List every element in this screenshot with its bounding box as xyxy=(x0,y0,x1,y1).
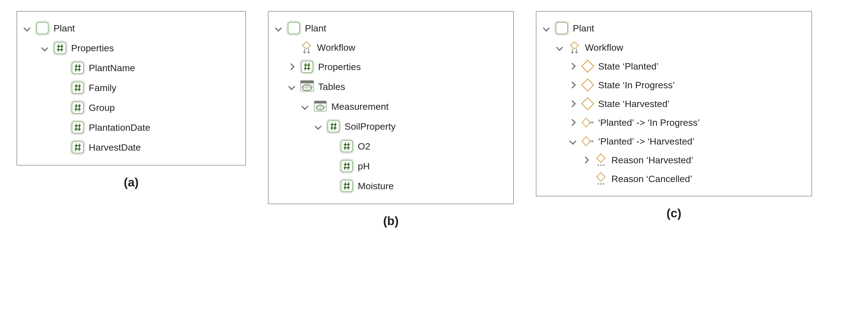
tree-row-properties[interactable]: Properties xyxy=(287,57,505,77)
tree-label: Properties xyxy=(71,43,114,54)
tree-row-soilproperty[interactable]: SoilProperty xyxy=(314,116,505,136)
tree-row-transition[interactable]: ‘Planted’ -> ‘In Progress’ xyxy=(568,113,804,132)
chevron-down-icon[interactable] xyxy=(314,122,322,131)
reason-icon xyxy=(594,172,608,186)
tree-row[interactable]: Group xyxy=(58,98,238,117)
panel-b: Plant Workflow Properties xyxy=(268,11,514,228)
tree-label: Measurement xyxy=(331,101,389,112)
tree-label: Properties xyxy=(318,61,361,72)
tree-row[interactable]: HarvestDate xyxy=(58,137,238,157)
chevron-right-icon[interactable] xyxy=(568,99,577,108)
tree-label: ‘Planted’ -> ‘Harvested’ xyxy=(598,136,694,147)
workflow-icon xyxy=(567,40,582,55)
panel-caption: (b) xyxy=(383,214,399,228)
tree-row-properties[interactable]: Properties xyxy=(40,38,238,58)
tree-row-reason[interactable]: Reason ‘Harvested’ xyxy=(582,151,804,169)
chevron-right-icon[interactable] xyxy=(287,62,296,71)
panel-caption: (a) xyxy=(124,175,138,189)
field-icon xyxy=(70,140,86,155)
chevron-right-icon[interactable] xyxy=(568,62,577,70)
tree-label: State ‘Harvested’ xyxy=(598,98,670,109)
entity-icon xyxy=(554,21,569,36)
chevron-down-icon[interactable] xyxy=(301,102,309,111)
tree-row-state[interactable]: State ‘In Progress’ xyxy=(568,76,804,94)
chevron-down-icon[interactable] xyxy=(40,44,49,52)
tree-row-transition[interactable]: ‘Planted’ -> ‘Harvested’ xyxy=(568,132,804,151)
chevron-down-icon[interactable] xyxy=(23,24,31,33)
tree-row-plant[interactable]: Plant xyxy=(542,18,804,38)
tree-label: O2 xyxy=(358,141,370,152)
field-group-icon xyxy=(326,119,341,134)
tree-row-workflow[interactable]: Workflow xyxy=(287,38,505,57)
chevron-right-icon[interactable] xyxy=(582,155,590,164)
tree-row-workflow[interactable]: Workflow xyxy=(555,38,804,57)
chevron-down-icon[interactable] xyxy=(274,24,283,33)
chevron-down-icon[interactable] xyxy=(287,82,296,91)
tree-row[interactable]: O2 xyxy=(327,136,505,156)
tree-label: Reason ‘Harvested’ xyxy=(611,155,693,166)
tree-row-state[interactable]: State ‘Harvested’ xyxy=(568,94,804,113)
panel-a: Plant Properties PlantName Family Group … xyxy=(17,11,246,189)
tree-label: Group xyxy=(89,102,115,113)
tree-label: HarvestDate xyxy=(89,142,141,153)
tree-row[interactable]: PlantationDate xyxy=(58,117,238,137)
tree-row-plant[interactable]: Plant xyxy=(274,18,505,38)
field-icon xyxy=(70,60,86,76)
transition-icon xyxy=(581,115,595,130)
entity-icon xyxy=(35,21,50,36)
chevron-down-icon[interactable] xyxy=(542,24,551,33)
reason-icon xyxy=(594,153,608,167)
tree-row-plant[interactable]: Plant xyxy=(23,18,238,38)
field-icon xyxy=(70,80,86,95)
tree-row[interactable]: Family xyxy=(58,78,238,98)
tree-row[interactable]: PlantName xyxy=(58,58,238,78)
tree-label: Reason ‘Cancelled’ xyxy=(611,173,692,184)
workflow-icon xyxy=(299,40,314,55)
tree-label: State ‘Planted’ xyxy=(598,61,658,72)
tree-row-tables[interactable]: Tables xyxy=(287,77,505,96)
tree-row-reason[interactable]: Reason ‘Cancelled’ xyxy=(582,169,804,188)
tree-label: State ‘In Progress’ xyxy=(598,80,675,90)
field-icon xyxy=(339,139,354,154)
entity-icon xyxy=(286,21,302,36)
transition-icon xyxy=(581,134,595,148)
tree-label: pH xyxy=(358,161,370,172)
panel-c: Plant Workflow State ‘Planted’ xyxy=(536,11,812,220)
field-icon xyxy=(339,158,354,174)
tree-row-state[interactable]: State ‘Planted’ xyxy=(568,57,804,76)
tree-row[interactable]: Moisture xyxy=(327,176,505,196)
tables-icon xyxy=(299,79,315,94)
tree-label: Plant xyxy=(54,23,75,34)
state-icon xyxy=(581,78,595,92)
state-icon xyxy=(581,59,595,74)
tree-label: Plant xyxy=(573,23,594,34)
tree-row-measurement[interactable]: Measurement xyxy=(301,96,505,116)
tree-label: Tables xyxy=(318,81,345,92)
chevron-down-icon[interactable] xyxy=(568,137,577,146)
tree-label: ‘Planted’ -> ‘In Progress’ xyxy=(598,117,700,128)
tree-label: Family xyxy=(89,83,116,93)
tree-label: Plant xyxy=(305,23,327,34)
tree-label: Moisture xyxy=(358,181,394,192)
tree-label: Workflow xyxy=(585,42,623,53)
tree-row[interactable]: pH xyxy=(327,156,505,176)
chevron-right-icon[interactable] xyxy=(568,81,577,89)
chevron-right-icon[interactable] xyxy=(568,118,577,127)
table-icon xyxy=(313,99,328,114)
panel-caption: (c) xyxy=(666,206,681,220)
tree-label: Workflow xyxy=(317,42,355,53)
state-icon xyxy=(581,96,595,111)
field-icon xyxy=(70,120,86,135)
tree-label: SoilProperty xyxy=(345,121,396,132)
field-icon xyxy=(70,100,86,115)
tree-label: PlantationDate xyxy=(89,122,150,133)
tree-label: PlantName xyxy=(89,63,135,74)
chevron-down-icon[interactable] xyxy=(555,43,564,52)
field-group-icon xyxy=(299,59,315,75)
field-group-icon xyxy=(52,40,68,56)
field-icon xyxy=(339,178,354,194)
